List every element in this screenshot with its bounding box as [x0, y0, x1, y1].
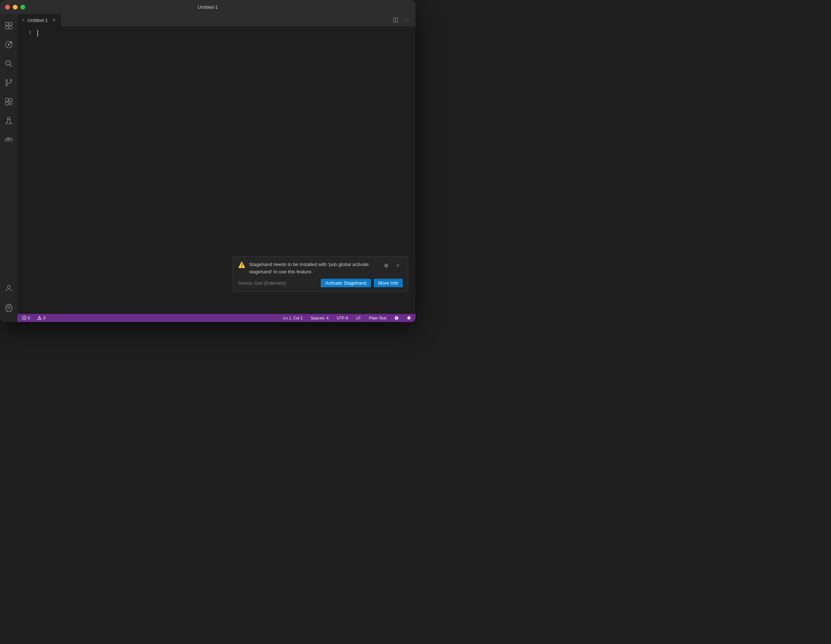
svg-rect-19: [9, 139, 10, 140]
status-bar-right: Ln 1, Col 1 Spaces: 4 UTF-8 LF Plain Tex…: [282, 316, 412, 320]
svg-point-23: [7, 285, 10, 289]
notification-buttons: Activate Stagehand More Info: [321, 279, 403, 287]
svg-rect-3: [9, 26, 12, 29]
svg-rect-17: [5, 139, 6, 140]
editor-area: ≡ Untitled-1 × ··· 1: [18, 14, 416, 322]
status-bar: 0 0 Ln 1, Col 1 Spaces: 4: [18, 314, 416, 322]
tab-untitled-1[interactable]: ≡ Untitled-1 ×: [18, 14, 61, 26]
sidebar-item-accounts[interactable]: [0, 279, 18, 297]
svg-point-11: [6, 84, 8, 86]
svg-rect-2: [5, 26, 8, 29]
sidebar-item-testing[interactable]: [0, 112, 18, 129]
notification-settings-button[interactable]: [382, 261, 391, 270]
split-editor-button[interactable]: [391, 15, 401, 25]
sidebar-item-docker[interactable]: [0, 131, 18, 148]
activate-stagehand-button[interactable]: Activate Stagehand: [321, 279, 371, 287]
notification-popup: ⚠️ Stagehand needs to be installed with …: [232, 256, 408, 292]
svg-rect-20: [7, 137, 8, 139]
svg-point-10: [10, 80, 12, 81]
warning-count: 0: [43, 316, 45, 320]
status-notifications[interactable]: [405, 316, 412, 320]
error-count: 0: [28, 316, 30, 320]
svg-rect-13: [5, 99, 8, 101]
tab-bar: ≡ Untitled-1 × ···: [18, 14, 416, 27]
notification-close-button[interactable]: ×: [393, 261, 403, 270]
status-remote[interactable]: [393, 316, 400, 320]
svg-point-29: [40, 319, 40, 319]
svg-point-24: [8, 306, 10, 308]
svg-rect-0: [5, 22, 8, 25]
status-errors[interactable]: 0: [21, 316, 32, 320]
svg-point-6: [10, 41, 12, 43]
tab-bar-actions: ···: [391, 14, 416, 26]
svg-marker-5: [8, 43, 10, 46]
status-warnings[interactable]: 0: [36, 316, 47, 320]
svg-point-27: [24, 319, 24, 319]
svg-rect-14: [9, 99, 12, 101]
minimize-button[interactable]: [13, 5, 18, 10]
sidebar-item-explorer[interactable]: [0, 17, 18, 34]
activity-bar-top: [0, 17, 18, 279]
sidebar-item-source-control[interactable]: [0, 74, 18, 91]
svg-rect-1: [9, 22, 12, 25]
warning-icon: ⚠️: [238, 261, 245, 268]
status-cursor-position[interactable]: Ln 1, Col 1: [282, 316, 304, 320]
notification-footer: Source: Dart (Extension) Activate Stageh…: [238, 279, 403, 287]
svg-rect-21: [9, 137, 10, 139]
line-numbers: 1: [18, 27, 36, 314]
main-layout: ≡ Untitled-1 × ··· 1: [0, 14, 416, 322]
more-actions-button[interactable]: ···: [402, 15, 412, 25]
svg-point-22: [12, 138, 13, 139]
notification-header: ⚠️ Stagehand needs to be installed with …: [238, 261, 403, 275]
close-button[interactable]: [5, 5, 10, 10]
window-title: Untitled-1: [197, 5, 218, 10]
status-encoding[interactable]: UTF-8: [335, 316, 349, 320]
maximize-button[interactable]: [21, 5, 25, 10]
sidebar-item-extensions[interactable]: [0, 93, 18, 110]
activity-bar-bottom: [0, 279, 18, 319]
more-info-button[interactable]: More Info: [374, 279, 403, 287]
status-bar-left: 0 0: [21, 316, 47, 320]
sidebar-item-settings[interactable]: [0, 298, 18, 316]
activity-bar: [0, 14, 18, 322]
text-cursor: [37, 30, 38, 37]
notification-controls: ×: [382, 261, 403, 270]
svg-rect-15: [5, 102, 8, 105]
title-bar: Untitled-1: [0, 0, 416, 14]
traffic-lights: [5, 5, 25, 10]
status-indentation[interactable]: Spaces: 4: [309, 316, 330, 320]
status-language[interactable]: Plain Text: [368, 316, 388, 320]
sidebar-item-search[interactable]: [0, 55, 18, 72]
editor-content[interactable]: 1 ⚠️ Stagehand needs to be installed wit…: [18, 27, 416, 314]
tab-close-button[interactable]: ×: [52, 17, 56, 23]
notification-message: Stagehand needs to be installed with 'pu…: [249, 261, 378, 275]
sidebar-item-run[interactable]: [0, 36, 18, 53]
svg-line-8: [10, 65, 12, 67]
status-line-ending[interactable]: LF: [355, 316, 363, 320]
notification-source: Source: Dart (Extension): [238, 281, 286, 286]
svg-point-9: [6, 80, 8, 81]
svg-rect-18: [7, 139, 8, 140]
tab-name: Untitled-1: [27, 18, 48, 23]
tab-file-icon: ≡: [22, 18, 24, 23]
cursor-line: [36, 30, 416, 37]
